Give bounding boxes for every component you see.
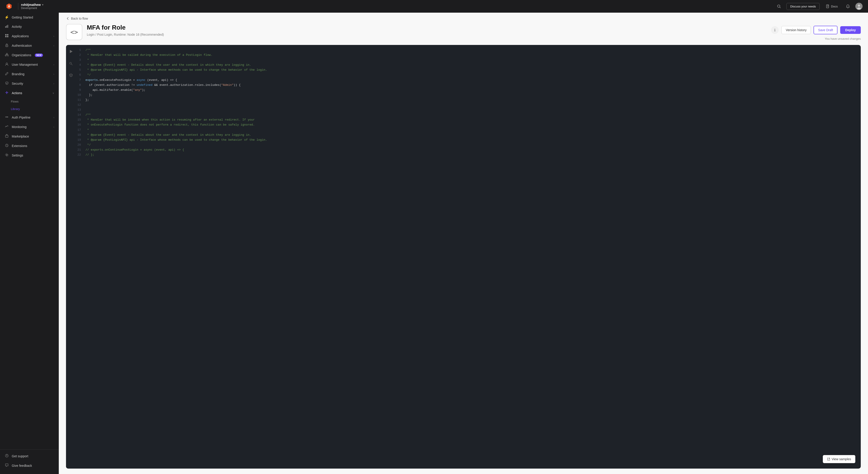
sidebar-item-label: Organizations	[12, 53, 31, 57]
svg-rect-14	[5, 55, 6, 56]
sidebar-item-getting-started[interactable]: ⚡ Getting Started	[0, 13, 59, 22]
sidebar-item-applications[interactable]: Applications ›	[0, 31, 59, 41]
back-to-flow-link[interactable]: Back to flow	[66, 17, 88, 20]
user-avatar[interactable]	[855, 3, 863, 10]
svg-rect-6	[6, 26, 7, 28]
sidebar-item-label: Get support	[12, 454, 28, 458]
line-content: * @param {PostLoginAPI} api - Interface …	[86, 138, 267, 142]
chevron-right-icon: ›	[53, 44, 54, 47]
sidebar-item-user-management[interactable]: User Management ›	[0, 60, 59, 69]
sidebar-item-label: Monitoring	[12, 125, 26, 129]
chevron-right-icon: ›	[53, 126, 54, 128]
line-number: 12	[76, 103, 86, 107]
svg-rect-7	[7, 25, 8, 28]
svg-rect-15	[6, 53, 7, 55]
sidebar-item-label: Activity	[12, 25, 22, 29]
sidebar-item-label: Getting Started	[12, 15, 33, 19]
line-content: };	[86, 93, 92, 98]
sidebar-item-security[interactable]: Security ›	[0, 79, 59, 88]
code-line: 7exports.onExecutePostLogin = async (eve…	[76, 78, 861, 83]
topbar-brand-name-text: rohitjmathew	[21, 3, 41, 6]
topbar: rohitjmathew ▾ Development Discuss your …	[0, 0, 868, 13]
line-number: 9	[76, 88, 86, 93]
topbar-brand-chevron[interactable]: ▾	[42, 3, 43, 6]
sidebar-item-get-support[interactable]: Get support	[0, 451, 59, 461]
line-content: api.multifactor.enable("any");	[86, 88, 145, 93]
chevron-right-icon: ›	[53, 73, 54, 75]
new-badge: NEW	[35, 54, 43, 57]
sidebar-item-label: Extensions	[12, 144, 27, 148]
line-number: 15	[76, 117, 86, 123]
topbar-brand-env: Development	[21, 6, 43, 10]
sidebar-item-actions[interactable]: Actions ∨	[0, 88, 59, 98]
code-line: 11};	[76, 98, 861, 103]
sidebar-item-monitoring[interactable]: Monitoring ›	[0, 122, 59, 132]
sidebar-item-give-feedback[interactable]: Give feedback	[0, 461, 59, 470]
topbar-logo	[5, 3, 13, 10]
svg-rect-5	[5, 26, 6, 28]
book-icon	[826, 4, 830, 8]
key-icon[interactable]	[68, 61, 74, 67]
search-icon	[777, 4, 781, 8]
sidebar-item-label: Marketplace	[12, 135, 29, 138]
svg-rect-1	[827, 5, 829, 8]
deploy-button[interactable]: Deploy	[840, 26, 861, 34]
line-number: 22	[76, 153, 86, 158]
code-area[interactable]: 1/**2 * Handler that will be called duri…	[76, 45, 861, 469]
notifications-button[interactable]	[844, 2, 852, 10]
line-number: 4	[76, 63, 86, 68]
unsaved-changes-text: You have unsaved changes	[825, 37, 861, 40]
editor-sidebar	[66, 45, 76, 469]
sidebar-sub-item-flows[interactable]: Flows	[11, 98, 59, 105]
bell-icon	[846, 4, 850, 8]
code-line: 3 *	[76, 58, 861, 63]
sidebar-item-label: Auth Pipeline	[12, 115, 31, 119]
cube-icon[interactable]	[68, 72, 74, 79]
line-number: 20	[76, 142, 86, 147]
actions-icon	[4, 91, 9, 95]
code-line: 19 * @param {PostLoginAPI} api - Interfa…	[76, 138, 861, 142]
sidebar-item-label: Authentication	[12, 44, 32, 47]
sidebar-item-marketplace[interactable]: Marketplace	[0, 132, 59, 141]
line-number: 11	[76, 98, 86, 103]
chevron-down-icon: ∨	[53, 92, 54, 95]
save-draft-button[interactable]: Save Draft	[813, 26, 837, 34]
chevron-right-icon: ›	[53, 116, 54, 119]
discuss-needs-button[interactable]: Discuss your needs	[786, 3, 819, 10]
sidebar-item-extensions[interactable]: Extensions	[0, 141, 59, 150]
sidebar-item-organizations[interactable]: Organizations NEW	[0, 50, 59, 60]
avatar-icon	[856, 3, 862, 9]
line-number: 18	[76, 133, 86, 138]
search-button[interactable]	[775, 2, 783, 10]
sidebar-item-branding[interactable]: Branding ›	[0, 69, 59, 79]
info-icon: ℹ	[774, 28, 776, 32]
chevron-right-icon: ›	[53, 63, 54, 66]
sidebar-item-label: Settings	[12, 154, 23, 157]
pencil-icon	[4, 72, 9, 76]
topbar-brand: rohitjmathew ▾ Development	[18, 3, 43, 10]
view-samples-button[interactable]: View samples	[823, 455, 855, 463]
code-line: 1/**	[76, 48, 861, 53]
sidebar-item-activity[interactable]: Activity	[0, 22, 59, 31]
sidebar-item-settings[interactable]: Settings	[0, 150, 59, 160]
main-content: Back to flow <> MFA for Role Login / Pos…	[59, 13, 868, 474]
sidebar-item-authentication[interactable]: Authentication ›	[0, 41, 59, 50]
help-info-button[interactable]: ℹ	[771, 26, 779, 34]
run-icon[interactable]	[68, 48, 74, 55]
svg-rect-8	[5, 34, 6, 35]
code-line: 18 * @param {Event} event - Details abou…	[76, 133, 861, 138]
sidebar-sub-item-library[interactable]: Library	[11, 105, 59, 113]
line-content: * Handler that will be called during the…	[86, 53, 213, 58]
line-number: 14	[76, 112, 86, 117]
chevron-right-icon: ›	[53, 82, 54, 85]
line-number: 19	[76, 138, 86, 142]
line-content: * @param {Event} event - Details about t…	[86, 63, 251, 68]
version-history-button[interactable]: Version history	[781, 26, 811, 34]
docs-button[interactable]: Docs	[823, 3, 840, 10]
code-editor: 1/**2 * Handler that will be called duri…	[66, 45, 861, 469]
line-content	[86, 103, 87, 107]
line-number: 10	[76, 93, 86, 98]
chart-icon	[4, 24, 9, 29]
sidebar-item-auth-pipeline[interactable]: Auth Pipeline ›	[0, 113, 59, 122]
line-number: 8	[76, 83, 86, 88]
